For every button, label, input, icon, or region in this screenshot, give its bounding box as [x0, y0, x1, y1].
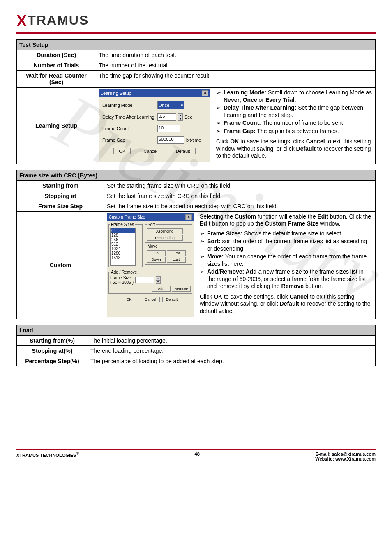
frame-size-header: Frame size with CRC (Bytes) [17, 170, 376, 180]
custom-frame-size-dialog: Custom Frame Size ✕ Frame Sizes 64 128 2… [107, 213, 194, 318]
page-number: 48 [195, 451, 200, 456]
list-item[interactable]: 1024 [111, 246, 135, 251]
custom-description: Selecting the Custom function will enabl… [200, 213, 373, 318]
down-button[interactable]: Down [147, 257, 166, 263]
test-setup-header: Test Setup [17, 40, 376, 50]
brand-logo: XTRAMUS [16, 12, 376, 30]
delay-label: Delay Time After Learning [102, 115, 156, 120]
list-item[interactable]: 256 [111, 237, 135, 242]
page-footer: XTRAMUS TECHNOLOGIES® 48 E-mail: sales@x… [16, 449, 376, 461]
up-button[interactable]: Up [147, 250, 166, 256]
fs-custom-label: Custom [17, 211, 104, 319]
framecount-label: Frame Count [102, 126, 156, 131]
trials-desc: The number of the test trial. [96, 60, 376, 71]
add-remove-legend: Add / Remove [110, 270, 138, 274]
frame-size-range: ( 60 ~ 2036 ) [110, 280, 134, 285]
frame-size-input[interactable] [135, 277, 154, 283]
footer-divider [16, 449, 376, 450]
learning-mode-label: Learning Mode [102, 103, 156, 108]
last-button[interactable]: Last [167, 257, 186, 263]
learning-cancel-button[interactable]: Cancel [138, 148, 163, 154]
fs-starting-desc: Set the starting frame size with CRC on … [104, 180, 376, 191]
custom-dialog-title: Custom Frame Size [109, 215, 145, 219]
sort-legend: Sort [147, 222, 156, 227]
load-table: Load Starting from(%) The initial loadin… [16, 325, 376, 366]
learning-default-button[interactable]: Default [171, 148, 196, 154]
fs-starting-label: Starting from [17, 180, 104, 191]
footer-site-label: Website: [315, 456, 335, 461]
footer-email-label: E-mail: [316, 451, 332, 456]
wait-desc: The time gap for showing the counter res… [96, 71, 376, 88]
learning-dialog-title: Learning Setup [101, 91, 131, 96]
load-starting-desc: The initial loading percentage. [88, 336, 376, 346]
close-icon[interactable]: ✕ [185, 214, 192, 220]
list-item[interactable]: 1280 [111, 251, 135, 256]
load-header: Load [17, 325, 376, 336]
learning-mode-select[interactable]: Once▾ [157, 101, 184, 109]
move-legend: Move [147, 244, 158, 249]
learning-description: Learning Mode: Scroll down to choose Lea… [216, 89, 373, 162]
chevron-down-icon: ▾ [181, 103, 183, 108]
framecount-input[interactable]: 10 [157, 125, 180, 132]
header-divider [16, 32, 376, 34]
list-item[interactable]: 512 [111, 242, 135, 246]
delay-spinner[interactable]: ▴▾ [178, 113, 183, 121]
learning-label: Learning Setup [17, 88, 96, 164]
registered-icon: ® [76, 451, 79, 456]
list-item[interactable]: 1518 [111, 256, 135, 260]
duration-label: Duration (Sec) [17, 50, 96, 60]
brand-rest: TRAMUS [28, 13, 89, 28]
duration-desc: The time duration of each test. [96, 50, 376, 60]
brand-x: X [16, 12, 28, 30]
footer-company: XTRAMUS TECHNOLOGIES [16, 453, 76, 458]
ascending-button[interactable]: Ascending [147, 228, 183, 234]
list-item[interactable]: 64 [111, 228, 135, 233]
learning-setup-dialog: Learning Setup ✕ Learning Mode Once▾ Del… [99, 89, 210, 162]
add-button[interactable]: Add [152, 286, 171, 292]
close-icon[interactable]: ✕ [202, 90, 208, 96]
load-step-label: Percentage Step(%) [17, 356, 88, 366]
custom-ok-button[interactable]: OK [120, 297, 138, 302]
fs-step-desc: Set the frame size to be added on each s… [104, 201, 376, 211]
delay-input[interactable]: 0.5 [157, 113, 176, 121]
wait-label: Wait for Read Counter (Sec) [17, 71, 96, 88]
footer-site: www.Xtramus.com [335, 456, 376, 461]
load-stopping-label: Stopping at(%) [17, 346, 88, 356]
delay-unit: Sec. [184, 115, 194, 120]
custom-cancel-button[interactable]: Cancel [141, 297, 160, 302]
load-starting-label: Starting from(%) [17, 336, 88, 346]
fs-stopping-label: Stopping at [17, 191, 104, 201]
frame-sizes-legend: Frame Sizes [110, 222, 135, 227]
framegap-unit: bit-time [186, 138, 201, 143]
load-stopping-desc: The end loading percentage. [88, 346, 376, 356]
test-setup-table: Test Setup Duration (Sec) The time durat… [16, 39, 376, 164]
frame-size-label: Frame Size [110, 276, 134, 280]
remove-button[interactable]: Remove [172, 286, 191, 292]
list-item[interactable]: 128 [111, 233, 135, 237]
frame-size-spinner[interactable]: ▴▾ [156, 276, 161, 284]
frame-size-table: Frame size with CRC (Bytes) Starting fro… [16, 170, 376, 320]
custom-default-button[interactable]: Default [162, 297, 181, 302]
descending-button[interactable]: Descending [147, 235, 183, 241]
fs-stopping-desc: Set the last frame size with CRC on this… [104, 191, 376, 201]
learning-ok-button[interactable]: OK [113, 148, 131, 154]
trials-label: Number of Trials [17, 60, 96, 71]
footer-email: sales@xtramus.com [332, 451, 376, 456]
first-button[interactable]: First [167, 250, 186, 256]
load-step-desc: The percentage of loading to be added at… [88, 356, 376, 366]
frame-sizes-listbox[interactable]: 64 128 256 512 1024 1280 1518 [110, 228, 136, 266]
framegap-label: Frame Gap [102, 138, 156, 143]
framegap-input[interactable]: 600000 [157, 136, 184, 144]
fs-step-label: Frame Size Step [17, 201, 104, 211]
